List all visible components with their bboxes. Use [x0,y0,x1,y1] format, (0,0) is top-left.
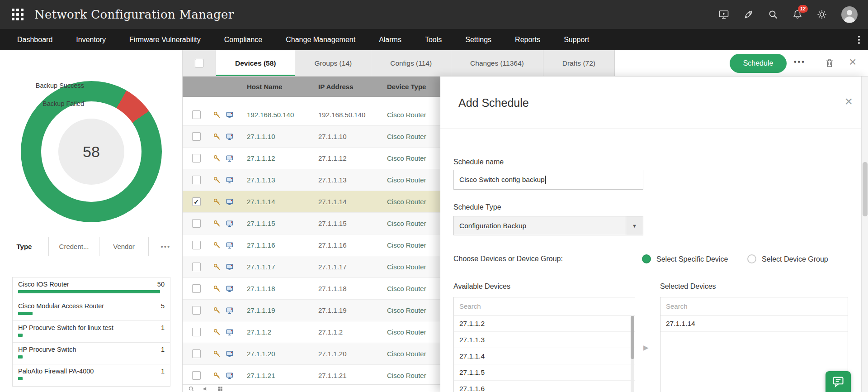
device-type-row[interactable]: Cisco IOS Router50 [13,277,170,299]
nav-item-change-management[interactable]: Change Management [274,29,367,50]
schedule-name-input[interactable]: Cisco Switch config backup [453,170,643,190]
table-row[interactable]: 27.1.1.1027.1.1.10Cisco Router [183,126,440,148]
available-device-item[interactable]: 27.1.1.4 [454,348,635,364]
table-row[interactable]: 27.1.1.1427.1.1.14Cisco Router [183,191,440,213]
table-row[interactable]: 27.1.1.1827.1.1.18Cisco Router [183,278,440,300]
row-checkbox[interactable] [192,241,201,249]
row-checkbox[interactable] [192,154,201,163]
row-checkbox[interactable] [192,176,201,184]
user-avatar[interactable] [841,6,858,23]
radio-group-label[interactable]: Select Device Group [762,255,828,263]
table-row[interactable]: 27.1.1.1627.1.1.16Cisco Router [183,234,440,256]
row-checkbox[interactable] [192,132,201,141]
tab-changes-11364[interactable]: Changes (11364) [451,50,543,76]
row-checkbox[interactable] [192,306,201,315]
device-type-row[interactable]: HP Procurve Switch for linux test1 [13,321,170,343]
device-type-row[interactable]: PaloAlto Firewall PA-40001 [13,364,170,386]
page-scrollbar[interactable] [861,76,868,392]
tab-devices-58[interactable]: Devices (58) [216,50,295,76]
gear-icon[interactable] [816,9,827,20]
nav-item-reports[interactable]: Reports [503,29,552,50]
table-row[interactable]: 192.168.50.140192.168.50.140Cisco Router [183,104,440,126]
available-device-item[interactable]: 27.1.1.5 [454,364,635,381]
nav-item-support[interactable]: Support [552,29,601,50]
panel-close-icon[interactable]: × [844,95,853,108]
row-checkbox[interactable] [192,197,201,206]
transfer-right-icon[interactable]: ▶ [643,344,649,352]
table-row[interactable]: 27.1.1.227.1.1.2Cisco Router [183,321,440,343]
chevron-down-icon[interactable]: ▼ [626,216,643,235]
host-name-link[interactable]: 27.1.1.15 [247,220,318,227]
table-row[interactable]: 27.1.1.1727.1.1.17Cisco Router [183,256,440,278]
rocket-icon[interactable] [743,9,754,20]
table-row[interactable]: 27.1.1.1227.1.1.12Cisco Router [183,148,440,169]
presentation-icon[interactable] [718,9,730,20]
column-header-host-name[interactable]: Host Name [247,83,318,91]
available-device-item[interactable]: 27.1.1.3 [454,332,635,348]
host-name-link[interactable]: 27.1.1.13 [247,176,318,184]
radio-select-specific-device[interactable] [642,254,651,263]
footer-speaker-icon[interactable] [203,386,209,392]
host-name-link[interactable]: 27.1.1.10 [247,133,318,140]
nav-item-tools[interactable]: Tools [413,29,453,50]
search-icon[interactable] [768,9,778,20]
table-row[interactable]: 27.1.1.2027.1.1.20Cisco Router [183,343,440,365]
available-device-item[interactable]: 27.1.1.6 [454,381,635,392]
trash-icon[interactable] [825,57,835,70]
host-name-link[interactable]: 192.168.50.140 [247,111,318,119]
selected-device-item[interactable]: 27.1.1.14 [660,316,848,332]
row-checkbox[interactable] [192,284,201,293]
page-scrollbar-thumb[interactable] [863,162,868,216]
column-header-device-type[interactable]: Device Type [387,83,440,91]
radio-select-device-group[interactable] [747,254,756,263]
available-search-input[interactable] [454,302,635,310]
host-name-link[interactable]: 27.1.1.20 [247,350,318,358]
schedule-type-select[interactable]: Configuration Backup ▼ [453,216,643,235]
sidebar-tab-credent[interactable]: Credent... [49,237,99,256]
host-name-link[interactable]: 27.1.1.21 [247,372,318,379]
host-name-link[interactable]: 27.1.1.17 [247,263,318,271]
table-row[interactable]: 27.1.1.1927.1.1.19Cisco Router [183,300,440,321]
nav-item-settings[interactable]: Settings [453,29,503,50]
row-checkbox[interactable] [192,110,201,119]
host-name-link[interactable]: 27.1.1.18 [247,285,318,292]
device-type-row[interactable]: HP Procurve Switch1 [13,343,170,364]
nav-item-inventory[interactable]: Inventory [64,29,118,50]
table-row[interactable]: 27.1.1.2127.1.1.21Cisco Router [183,365,440,387]
chat-fab-button[interactable] [826,371,851,392]
available-device-item[interactable]: 27.1.1.2 [454,316,635,332]
host-name-link[interactable]: 27.1.1.2 [247,328,318,336]
footer-search-icon[interactable] [188,386,194,392]
nav-item-dashboard[interactable]: Dashboard [5,29,64,50]
host-name-link[interactable]: 27.1.1.16 [247,241,318,249]
notifications-bell-icon[interactable]: 12 [792,9,803,20]
more-actions-icon[interactable]: ••• [794,58,806,66]
tab-groups-14[interactable]: Groups (14) [295,50,371,76]
row-checkbox[interactable] [192,219,201,228]
column-header-ip-address[interactable]: IP Address [318,83,387,91]
selected-search-input[interactable] [660,302,848,310]
apps-grid-icon[interactable] [12,9,24,20]
close-view-icon[interactable]: × [849,56,856,68]
table-row[interactable]: 27.1.1.1527.1.1.15Cisco Router [183,213,440,234]
table-row[interactable]: 27.1.1.1327.1.1.13Cisco Router [183,169,440,191]
nav-item-firmware-vulnerability[interactable]: Firmware Vulnerability [118,29,212,50]
row-checkbox[interactable] [192,263,201,271]
radio-specific-label[interactable]: Select Specific Device [656,255,728,263]
row-checkbox[interactable] [192,371,201,380]
schedule-button[interactable]: Schedule [730,54,787,73]
host-name-link[interactable]: 27.1.1.14 [247,198,318,206]
sidebar-tab-[interactable]: ••• [149,237,183,256]
select-all-checkbox[interactable] [195,59,203,67]
available-list-scrollbar[interactable] [631,316,634,392]
tab-drafts-72[interactable]: Drafts (72) [543,50,615,76]
row-checkbox[interactable] [192,328,201,336]
nav-item-compliance[interactable]: Compliance [212,29,274,50]
footer-grid-icon[interactable] [217,386,223,392]
kebab-menu-icon[interactable] [856,34,862,46]
tab-configs-114[interactable]: Configs (114) [371,50,451,76]
device-type-row[interactable]: Cisco Modular Access Router5 [13,299,170,321]
sidebar-tab-vendor[interactable]: Vendor [99,237,149,256]
host-name-link[interactable]: 27.1.1.12 [247,154,318,162]
row-checkbox[interactable] [192,349,201,358]
